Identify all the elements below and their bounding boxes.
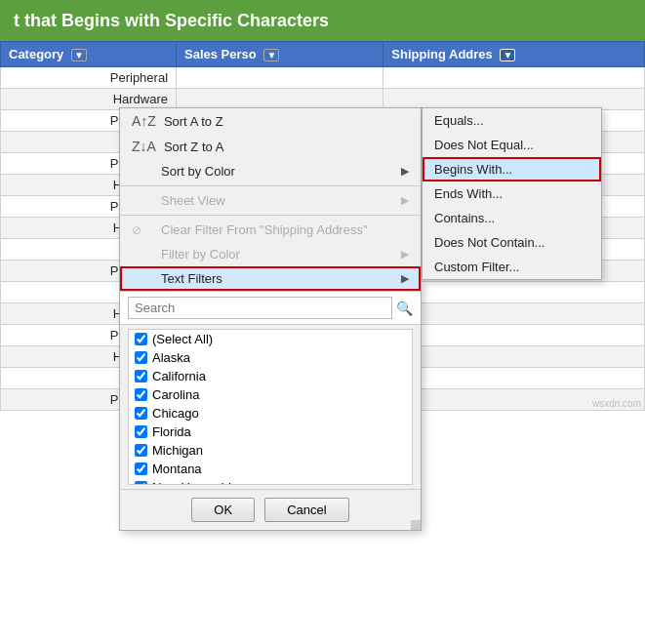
- filter-btn-category[interactable]: ▼: [71, 49, 87, 61]
- resize-handle[interactable]: [411, 520, 421, 530]
- clear-filter-icon: ⊘: [132, 223, 153, 237]
- text-filters-item[interactable]: Text Filters ▶: [120, 266, 421, 291]
- search-container: 🔍: [120, 291, 421, 325]
- arrow-icon-3: ▶: [401, 248, 409, 261]
- separator-1: [120, 185, 421, 186]
- filter-by-color-item[interactable]: Filter by Color ▶: [120, 242, 421, 266]
- checkbox-list[interactable]: (Select All)AlaskaCaliforniaCarolinaChic…: [128, 329, 413, 485]
- col-category: Category ▼: [1, 42, 177, 67]
- filter-btn-sales[interactable]: ▼: [263, 49, 279, 61]
- sort-az-item[interactable]: A↑Z Sort A to Z: [120, 108, 421, 134]
- arrow-icon-4: ▶: [401, 272, 409, 285]
- submenu-item-3[interactable]: Ends With...: [423, 181, 601, 206]
- submenu-item-2[interactable]: Begins With...: [423, 157, 601, 181]
- checkbox-item[interactable]: Carolina: [129, 385, 412, 404]
- checkbox-item[interactable]: Chicago: [129, 404, 412, 423]
- checkbox-item[interactable]: California: [129, 367, 412, 385]
- filter-btn-shipping[interactable]: ▼: [500, 49, 515, 61]
- page-title: t that Begins with Specific Characters: [0, 0, 645, 41]
- sort-az-icon: A↑Z: [132, 113, 156, 129]
- cancel-button[interactable]: Cancel: [264, 498, 348, 522]
- sort-za-icon: Z↓A: [132, 139, 156, 154]
- checkbox-item[interactable]: Montana: [129, 460, 412, 478]
- search-icon: 🔍: [396, 301, 413, 316]
- submenu-item-6[interactable]: Custom Filter...: [423, 255, 601, 279]
- sort-by-color-item[interactable]: Sort by Color ▶: [120, 159, 421, 183]
- filter-dropdown: A↑Z Sort A to Z Z↓A Sort Z to A Sort by …: [119, 107, 422, 531]
- dialog-buttons: OK Cancel: [120, 489, 421, 530]
- arrow-icon: ▶: [401, 165, 409, 178]
- submenu-item-0[interactable]: Equals...: [423, 108, 601, 133]
- text-filters-submenu: Equals...Does Not Equal...Begins With...…: [422, 107, 602, 280]
- submenu-item-5[interactable]: Does Not Contain...: [423, 230, 601, 255]
- table-row: Peripheral: [1, 67, 177, 89]
- checkbox-item[interactable]: (Select All): [129, 330, 412, 348]
- checkbox-item[interactable]: Florida: [129, 423, 412, 441]
- table-area: Category ▼ Sales Perso ▼ Shipping Addres…: [0, 41, 645, 411]
- arrow-icon-2: ▶: [401, 194, 409, 207]
- submenu-item-1[interactable]: Does Not Equal...: [423, 133, 601, 157]
- submenu-item-4[interactable]: Contains...: [423, 206, 601, 230]
- checkbox-item[interactable]: Alaska: [129, 348, 412, 367]
- search-input[interactable]: [128, 297, 392, 319]
- watermark: wsxdn.com: [592, 398, 641, 409]
- checkbox-item[interactable]: New Hampshire: [129, 478, 412, 485]
- clear-filter-item[interactable]: ⊘ Clear Filter From "Shipping Address": [120, 218, 421, 242]
- sheet-view-item[interactable]: Sheet View ▶: [120, 188, 421, 213]
- separator-2: [120, 215, 421, 216]
- checkbox-item[interactable]: Michigan: [129, 441, 412, 460]
- col-sales: Sales Perso ▼: [177, 42, 383, 67]
- col-shipping: Shipping Addres ▼: [383, 42, 645, 67]
- sort-za-item[interactable]: Z↓A Sort Z to A: [120, 134, 421, 159]
- ok-button[interactable]: OK: [191, 498, 255, 522]
